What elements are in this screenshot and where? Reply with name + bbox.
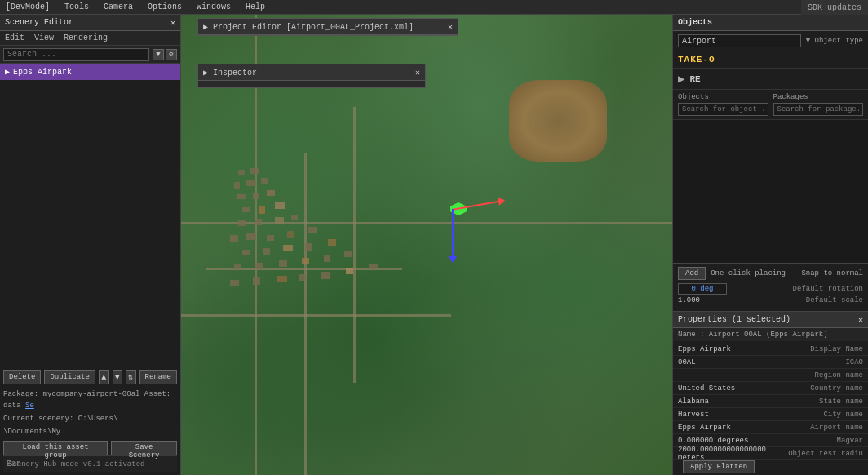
props-val-3: United States xyxy=(678,384,771,393)
search-object-input[interactable] xyxy=(678,103,768,116)
move-up-icon[interactable]: ▲ xyxy=(99,370,109,384)
props-val-6: Epps Airpark xyxy=(678,424,771,432)
snap-to-normal-label: Snap to normal xyxy=(801,269,863,277)
scenery-search-bar: ▼ ⚙ xyxy=(0,46,180,64)
apply-flatten-button[interactable]: Apply Flatten xyxy=(683,460,755,473)
ean-label: Ean xyxy=(7,459,21,468)
packages-col-header: Packages xyxy=(773,93,864,101)
objects-packages-row: Objects Packages xyxy=(673,90,868,120)
submenu-rendering[interactable]: Rendering xyxy=(64,33,108,42)
submenu-edit[interactable]: Edit xyxy=(5,33,24,42)
right-panel: Objects ▼ Object type TAKE-O ▶ RE Object… xyxy=(672,15,868,475)
search-settings-icon[interactable]: ⚙ xyxy=(166,49,177,60)
airport-filter-input[interactable] xyxy=(678,34,801,47)
scenery-editor-close[interactable]: ✕ xyxy=(170,18,175,28)
blue-arrow xyxy=(452,209,454,258)
inspector-panel: ▶ Inspector ✕ xyxy=(197,64,426,88)
menu-devmode[interactable]: [DevMode] xyxy=(3,2,52,11)
building-15 xyxy=(291,215,298,220)
map-canvas: ▶ Project Editor [Airport_00AL_Project.x… xyxy=(181,15,672,475)
buildings-cluster xyxy=(230,162,393,325)
objects-list[interactable] xyxy=(673,120,868,263)
properties-title: Properties (1 selected) xyxy=(678,315,790,324)
building-12 xyxy=(238,220,246,226)
rotation-input[interactable] xyxy=(678,283,727,295)
props-key-7: Magvar xyxy=(771,437,864,445)
current-scenery-text2: \Documents\My xyxy=(3,428,60,436)
building-1 xyxy=(238,170,245,175)
sort-icon[interactable]: ⇅ xyxy=(126,370,136,384)
save-scenery-button[interactable]: Save Scenery xyxy=(111,441,177,455)
delete-button[interactable]: Delete xyxy=(3,370,41,384)
props-key-3: Country name xyxy=(771,384,864,393)
menu-options[interactable]: Options xyxy=(145,2,184,11)
building-25 xyxy=(328,239,336,246)
building-38 xyxy=(369,264,378,269)
inspector-titlebar: ▶ Inspector ✕ xyxy=(198,64,425,81)
take-o-bar: TAKE-O xyxy=(673,51,868,69)
menu-windows[interactable]: Windows xyxy=(194,2,233,11)
props-row-0: Epps Airpark Display Name xyxy=(673,343,868,356)
one-click-placing-label: One-click placing xyxy=(711,269,786,277)
props-row-4: Alabama State name xyxy=(673,395,868,408)
duplicate-button[interactable]: Duplicate xyxy=(44,370,95,384)
props-row-6: Epps Airpark Airport name xyxy=(673,421,868,434)
properties-name-text: Name : Airport 00AL (Epps Airpark) xyxy=(678,331,828,339)
properties-table: Epps Airpark Display Name 00AL ICAO Regi… xyxy=(673,341,868,475)
project-editor-panel: ▶ Project Editor [Airport_00AL_Project.x… xyxy=(197,18,458,36)
rotation-row: Default rotation xyxy=(678,283,863,295)
menu-tools[interactable]: Tools xyxy=(62,2,91,11)
menu-help[interactable]: Help xyxy=(243,2,268,11)
rename-button[interactable]: Rename xyxy=(140,370,177,384)
add-object-button[interactable]: Add xyxy=(678,267,706,280)
building-8 xyxy=(267,190,275,196)
default-rotation-label: Default rotation xyxy=(793,285,863,293)
building-3 xyxy=(234,182,240,189)
building-21 xyxy=(242,250,250,255)
tree-item-epps-airpark[interactable]: ▶ Epps Airpark xyxy=(0,64,180,80)
re-area: ▶ RE xyxy=(673,69,868,90)
props-val-0: Epps Airpark xyxy=(678,345,771,353)
search-filter-icon[interactable]: ▼ xyxy=(153,49,164,60)
building-14 xyxy=(275,217,284,224)
props-val-1: 00AL xyxy=(678,358,771,366)
current-scenery-info2: \Documents\My xyxy=(3,425,177,438)
scale-row: 1.000 Default scale xyxy=(678,296,863,304)
building-13 xyxy=(255,219,262,225)
building-6 xyxy=(237,194,246,199)
brown-field xyxy=(509,80,607,162)
properties-name-header: Name : Airport 00AL (Epps Airpark) xyxy=(673,328,868,341)
building-18 xyxy=(267,235,274,241)
objects-bottom-controls: Add One-click placing Snap to normal Def… xyxy=(673,263,868,311)
props-key-4: State name xyxy=(771,397,864,406)
objects-col-header: Objects xyxy=(678,93,768,101)
airport-filter-row: ▼ Object type xyxy=(673,31,868,51)
project-editor-close[interactable]: ✕ xyxy=(448,22,453,32)
menu-camera[interactable]: Camera xyxy=(101,2,135,11)
properties-close[interactable]: ✕ xyxy=(858,315,863,325)
map-area[interactable]: ▶ Project Editor [Airport_00AL_Project.x… xyxy=(181,15,672,475)
package-link[interactable]: Se xyxy=(25,402,34,410)
search-package-input[interactable] xyxy=(773,103,864,116)
tree-arrow-icon: ▶ xyxy=(5,67,10,77)
building-11 xyxy=(275,202,285,209)
props-key-8: Object test radiu xyxy=(771,450,864,458)
building-31 xyxy=(344,251,352,257)
inspector-close[interactable]: ✕ xyxy=(415,68,420,78)
scenery-editor-submenu: Edit View Rendering xyxy=(0,31,180,46)
default-scale-label: Default scale xyxy=(806,296,863,304)
submenu-view[interactable]: View xyxy=(34,33,54,42)
building-37 xyxy=(346,268,353,274)
current-scenery-info: Current scenery: C:\Users\ xyxy=(3,412,177,425)
building-23 xyxy=(283,245,293,251)
sdk-updates-button[interactable]: SDK updates xyxy=(801,0,868,15)
building-4 xyxy=(246,180,256,186)
take-o-text: TAKE-O xyxy=(678,55,715,64)
building-10 xyxy=(259,206,265,214)
move-down-icon[interactable]: ▼ xyxy=(113,370,123,384)
left-panel: Scenery Editor ✕ Edit View Rendering ▼ ⚙… xyxy=(0,15,181,475)
building-27 xyxy=(255,263,264,269)
load-asset-group-button[interactable]: Load this asset group xyxy=(3,441,108,455)
scenery-search-input[interactable] xyxy=(3,48,149,61)
building-32 xyxy=(230,280,239,286)
